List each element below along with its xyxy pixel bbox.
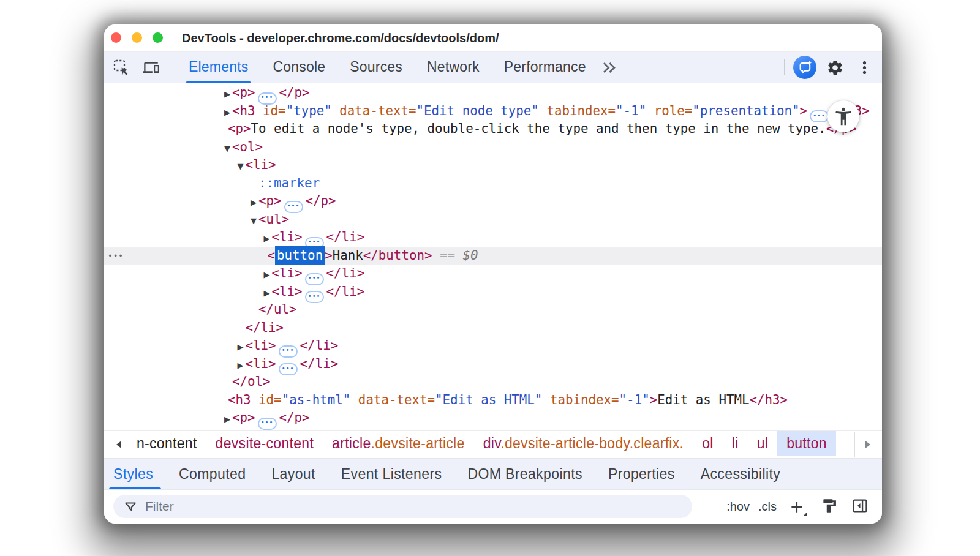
expand-arrow-icon[interactable]: ▶ <box>224 85 232 103</box>
tab-elements[interactable]: Elements <box>176 52 260 83</box>
breadcrumb-text: article <box>332 435 371 451</box>
dom-tree-row[interactable]: </li> <box>104 319 882 337</box>
code-segment: tabindex= <box>542 393 619 407</box>
dom-tree-row[interactable]: ▶<li>•••</li> <box>104 337 882 355</box>
tab-sources[interactable]: Sources <box>337 52 415 83</box>
breadcrumb-item[interactable]: ul <box>748 431 778 456</box>
code-segment: </li> <box>326 266 365 280</box>
expand-arrow-icon[interactable]: ▶ <box>224 410 232 429</box>
code-segment: "as-html" <box>282 393 351 407</box>
tab-styles[interactable]: Styles <box>104 459 166 489</box>
dom-tree-row[interactable]: ▶<p>•••</p> <box>104 409 882 427</box>
tab-layout[interactable]: Layout <box>258 459 328 489</box>
dom-tree-row[interactable]: ▶<li>•••</li> <box>104 355 882 374</box>
dom-tree-row[interactable]: </ul> <box>104 301 882 319</box>
code-segment: <h3 <box>228 393 251 407</box>
toolbar-separator <box>173 59 173 75</box>
new-style-rule-button[interactable] <box>789 499 805 515</box>
dom-tree-row[interactable]: ▶<p>•••</p> <box>104 192 882 211</box>
right-arrow-icon <box>865 441 870 448</box>
selected-tag-name[interactable]: button <box>275 246 325 265</box>
code-segment: </p> <box>279 85 310 100</box>
more-options-kebab-icon[interactable] <box>856 59 873 76</box>
expand-arrow-icon[interactable]: ▼ <box>251 212 258 230</box>
breadcrumb-text: n-content <box>137 435 197 451</box>
code-segment: </ol> <box>232 374 271 389</box>
title-bar: DevTools - developer.chrome.com/docs/dev… <box>104 24 882 52</box>
dom-tree-row[interactable]: ▶<h3 id="type" data-text="Edit node type… <box>104 102 882 121</box>
breadcrumb-scroll-right-button[interactable] <box>854 432 881 457</box>
expand-arrow-icon[interactable]: ▶ <box>224 103 232 122</box>
dom-tree-row[interactable]: ▼<li> <box>104 156 882 175</box>
code-segment: == <box>432 248 462 263</box>
dom-tree-row[interactable]: ▼<ul> <box>104 211 882 229</box>
accessibility-person-icon[interactable] <box>827 100 859 132</box>
dom-tree-row[interactable]: •••<button>Hank</button> == $0 <box>104 247 882 265</box>
code-segment: tabindex= <box>539 103 616 118</box>
breadcrumb-item[interactable]: n-content <box>132 431 206 456</box>
tab-console[interactable]: Console <box>260 52 337 83</box>
code-segment: <li> <box>272 230 303 244</box>
toggle-element-state-button[interactable]: :hov <box>726 500 750 514</box>
expand-arrow-icon[interactable]: ▶ <box>264 284 272 302</box>
expand-arrow-icon[interactable]: ▶ <box>264 230 272 248</box>
filter-input[interactable] <box>145 499 635 514</box>
expand-arrow-icon[interactable]: ▶ <box>238 356 246 375</box>
inspect-element-icon[interactable] <box>113 59 130 76</box>
ai-assistance-icon[interactable] <box>793 56 816 79</box>
tab-accessibility[interactable]: Accessibility <box>688 459 793 489</box>
minimize-window-button[interactable] <box>132 32 142 43</box>
left-arrow-icon <box>116 441 121 448</box>
traffic-lights <box>111 32 163 43</box>
dom-tree-row[interactable]: ::marker <box>104 175 882 193</box>
more-tabs-icon[interactable] <box>601 60 616 75</box>
expand-arrow-icon[interactable]: ▶ <box>264 266 272 284</box>
breadcrumb-item[interactable]: devsite-content <box>206 431 323 456</box>
code-segment: role= <box>646 103 692 118</box>
filter-input-pill[interactable] <box>113 495 692 518</box>
breadcrumb-item[interactable]: article.devsite-article <box>323 431 474 456</box>
expand-arrow-icon[interactable]: ▼ <box>238 157 246 176</box>
dom-tree-row[interactable]: ▼<ol> <box>104 138 882 157</box>
toggle-sidebar-button[interactable] <box>851 497 869 517</box>
settings-gear-icon[interactable] <box>826 59 844 77</box>
tab-network[interactable]: Network <box>415 52 492 83</box>
breadcrumb-scroll-left-button[interactable] <box>105 432 132 457</box>
code-segment: data-text= <box>350 393 435 407</box>
tab-dom-breakpoints[interactable]: DOM Breakpoints <box>454 459 595 489</box>
expand-arrow-icon[interactable]: ▶ <box>251 193 258 212</box>
tab-properties[interactable]: Properties <box>595 459 688 489</box>
dom-tree-row[interactable]: <p>To edit a node's type, double-click t… <box>104 120 882 138</box>
dom-tree-row[interactable]: ▶<p>•••</p> <box>104 84 882 102</box>
expand-arrow-icon[interactable]: ▼ <box>224 140 232 158</box>
breadcrumb-item[interactable]: li <box>723 431 748 456</box>
element-classes-button[interactable]: .cls <box>758 500 777 514</box>
breadcrumb-item[interactable]: button <box>777 431 836 456</box>
code-segment: > <box>650 393 658 407</box>
close-window-button[interactable] <box>111 32 121 43</box>
ellipsis-expand-button[interactable]: ••• <box>258 418 277 430</box>
rendering-emulation-button[interactable] <box>821 498 837 516</box>
dom-tree-row[interactable]: ▶<li>•••</li> <box>104 283 882 301</box>
expand-arrow-icon[interactable]: ▶ <box>238 338 246 356</box>
dom-tree-row[interactable]: <h3 id="as-html" data-text="Edit as HTML… <box>104 391 882 410</box>
dom-tree-row[interactable]: ▶<li>•••</li> <box>104 228 882 247</box>
zoom-window-button[interactable] <box>153 32 163 43</box>
code-segment: <h3 <box>232 103 255 118</box>
dom-tree-row[interactable]: </ol> <box>104 373 882 391</box>
code-segment: </li> <box>326 230 365 244</box>
toggle-device-toolbar-icon[interactable] <box>143 59 159 76</box>
row-actions-dots-icon[interactable]: ••• <box>108 247 124 265</box>
breadcrumb-item[interactable]: ol <box>693 431 723 456</box>
code-segment: > <box>325 248 333 263</box>
tab-computed[interactable]: Computed <box>166 459 258 489</box>
dom-tree-row[interactable]: ▶<li>•••</li> <box>104 265 882 283</box>
breadcrumb-text: button <box>786 435 827 451</box>
breadcrumb-item[interactable]: div.devsite-article-body.clearfix. <box>474 431 693 456</box>
breadcrumb-text: ol <box>702 435 714 451</box>
tab-performance[interactable]: Performance <box>492 52 598 83</box>
code-segment: id= <box>251 393 282 407</box>
tab-event-listeners[interactable]: Event Listeners <box>328 459 455 489</box>
code-segment: <p> <box>232 85 255 100</box>
code-segment: </li> <box>300 356 339 371</box>
